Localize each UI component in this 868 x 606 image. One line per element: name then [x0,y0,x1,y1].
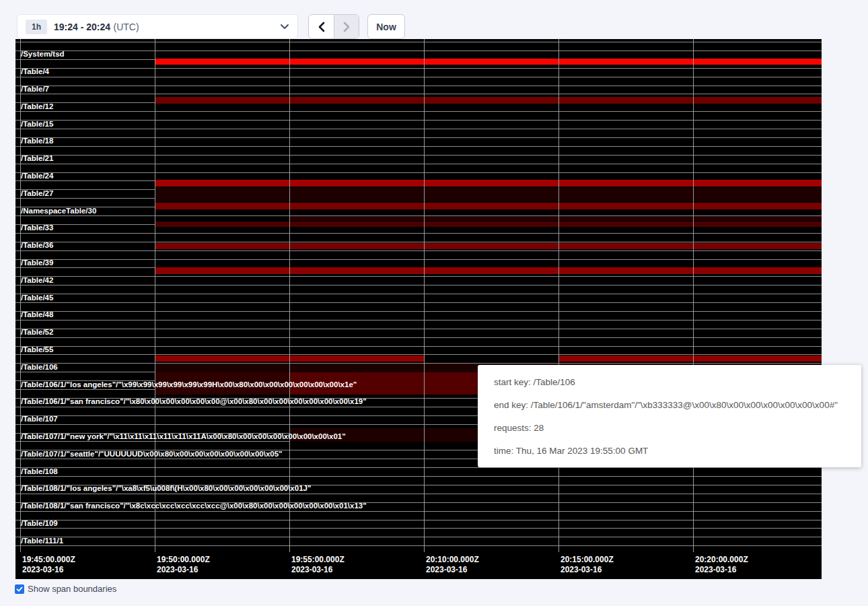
span-boundary-line [15,250,822,251]
span-boundary-line [15,520,822,520]
heat-band [155,203,822,209]
span-key-label: /Table/55 [21,345,53,354]
time-axis-label: 19:45:00.000Z2023-03-16 [22,555,75,575]
time-axis-date: 2023-03-16 [695,565,748,575]
span-boundary-line [15,346,822,347]
span-boundary-line [15,276,822,277]
show-span-boundaries-label: Show span boundaries [28,584,116,594]
chevron-left-icon [318,21,326,33]
span-boundary-line [15,242,822,242]
heat-band [289,216,822,221]
span-boundary-line [15,302,822,303]
span-boundary-line [15,494,822,494]
tooltip-line: time: Thu, 16 Mar 2023 19:55:00 GMT [494,445,845,457]
span-key-label: /Table/111/1 [21,537,63,545]
span-boundary-line [15,233,822,234]
time-axis-time: 19:50:00.000Z [157,555,210,565]
span-key-label: /Table/7 [21,85,49,94]
span-boundary-line [15,467,822,468]
span-key-label: /Table/4 [21,67,49,76]
span-boundary-line [15,476,822,477]
time-axis-label: 20:10:00.000Z2023-03-16 [426,555,479,575]
time-axis-label: 20:20:00.000Z2023-03-16 [695,555,748,575]
time-axis-date: 2023-03-16 [22,565,75,575]
tooltip-line: requests: 28 [494,422,845,434]
heat-band [155,180,822,187]
time-axis-time: 20:20:00.000Z [695,555,748,565]
time-gridline [558,39,559,552]
span-boundary-line [15,337,822,338]
span-key-label: /Table/33 [21,224,53,232]
heat-band [155,222,822,227]
span-boundary-line [15,294,822,294]
time-axis-time: 20:10:00.000Z [426,555,479,565]
span-key-label: /Table/108 [21,467,58,476]
time-axis-date: 2023-03-16 [157,565,210,575]
span-key-label: /Table/42 [21,276,53,285]
span-key-label: /Table/18 [21,137,53,145]
span-boundary-line [15,285,822,285]
time-gridline [693,39,694,552]
heat-band [155,188,822,201]
time-axis-time: 19:55:00.000Z [291,555,345,565]
span-key-label: /Table/52 [21,328,53,337]
span-key-label: /Table/108/1/"san francisco"/"\x8c\xcc\x… [21,502,367,510]
chevron-right-icon [342,21,351,33]
previous-time-button[interactable] [309,15,334,38]
span-key-label: /Table/21 [21,154,53,163]
tooltip-line: start key: /Table/106 [494,376,845,389]
span-boundary-line [15,259,822,260]
time-zone-label: (UTC) [114,22,139,32]
span-boundary-line [15,311,822,312]
time-range-label: 19:24 - 20:24 [54,22,110,32]
span-boundary-line [15,320,822,321]
span-key-label: /Table/48 [21,310,53,319]
time-window-badge: 1h [26,20,47,34]
time-range-selector[interactable]: 1h 19:24 - 20:24 (UTC) [17,14,298,39]
next-time-button[interactable] [334,15,359,38]
heat-band [155,59,822,65]
span-boundary-line [15,164,822,164]
span-key-label: /Table/106 [21,363,58,372]
time-gridline [155,39,155,552]
now-button[interactable]: Now [367,14,405,39]
span-boundary-line [15,111,822,112]
time-gridline [289,39,290,552]
span-boundary-line [15,329,822,329]
span-key-label: /Table/36 [21,241,53,250]
span-boundary-line [15,86,822,86]
span-key-label: /System/tsd [21,50,65,59]
span-key-label: /Table/108/1/"los angeles"/"\xa8\xf5\u00… [21,484,311,493]
time-axis-time: 19:45:00.000Z [22,555,75,565]
span-boundary-line [15,511,822,512]
key-visualizer-heatmap[interactable]: /System/tsd/Table/4/Table/7/Table/12/Tab… [15,39,822,579]
span-boundary-line [15,537,822,537]
span-boundary-line [15,129,822,129]
span-key-label: /Table/39 [21,259,53,267]
span-boundary-line [15,528,822,529]
heat-band [155,97,822,104]
time-nav-group [308,14,359,39]
span-key-label: /Table/45 [21,294,53,302]
span-key-label: /Table/27 [21,189,53,198]
span-boundary-line [15,155,822,156]
span-boundary-line [15,68,822,69]
span-key-label: /Table/107 [21,415,58,424]
span-boundary-line [15,94,822,94]
show-span-boundaries-checkbox[interactable] [15,584,24,594]
time-gridline [424,39,425,552]
time-axis-date: 2023-03-16 [426,565,479,575]
time-axis-time: 20:15:00.000Z [560,555,614,565]
footer: Show span boundaries [15,584,116,594]
time-axis-label: 19:50:00.000Z2023-03-16 [157,555,210,575]
span-boundary-line [15,146,822,147]
span-key-label: /Table/106/1/"los angeles"/"\x99\x99\x99… [21,380,357,389]
check-icon [16,586,23,593]
span-key-label: /NamespaceTable/30 [21,207,96,215]
span-boundary-line [15,50,822,51]
span-boundary-line [15,42,822,42]
toolbar: 1h 19:24 - 20:24 (UTC) Now [17,14,405,39]
span-boundary-line [15,545,822,546]
time-axis-date: 2023-03-16 [291,565,345,575]
cell-tooltip: start key: /Table/106end key: /Table/106… [478,365,861,467]
